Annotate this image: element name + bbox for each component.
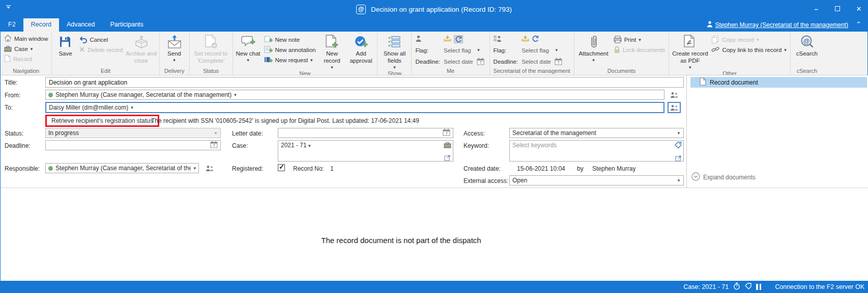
close-button[interactable] [855,5,862,13]
open-popup-icon[interactable] [675,155,682,163]
create-pdf-button[interactable]: Create record as PDF [671,33,709,70]
record-nav-button[interactable]: Record [4,55,48,63]
responsible-field[interactable]: Stephen Murray (Case manager, Secretaria… [45,163,199,173]
show-all-fields-button[interactable]: Show all fields [379,33,410,70]
add-approval-button[interactable]: Add approval [346,33,375,70]
keyword-field[interactable]: Select keywords [509,140,684,162]
link-icon [711,46,719,54]
expand-documents-button[interactable]: Expand documents [691,172,756,182]
new-chat-dropdown-arrow[interactable] [247,58,249,63]
tag-icon[interactable] [675,142,682,150]
save-button[interactable]: Save [53,33,77,67]
me-select-flag-icon[interactable] [454,35,463,43]
responsible-dropdown-arrow[interactable] [193,166,196,171]
retrieve-registration-status-button[interactable]: Retrieve recipient's registration status [45,115,159,127]
case-icon[interactable] [444,142,451,150]
copy-link-button[interactable]: Copy link to this record [711,46,787,54]
me-flag-dropdown-arrow[interactable] [477,48,486,52]
show-fields-dropdown-arrow[interactable] [393,65,396,70]
from-field[interactable]: Stephen Murray (Case manager, Secretaria… [45,90,664,100]
to-dropdown-arrow[interactable] [131,105,133,110]
unit-calendar-icon[interactable]: 7 [555,58,564,66]
new-request-button[interactable]: New request [264,56,316,64]
people-icon [670,104,679,111]
new-chat-button[interactable]: New chat [235,33,262,70]
external-access-dropdown-arrow[interactable] [677,178,681,183]
attachment-button[interactable]: Attachment [576,33,612,67]
record-document-item[interactable]: Record document [690,77,867,88]
ribbon-tabs: F2 Record Advanced Participants Stephen … [1,18,867,32]
statusbar-case-ref[interactable]: Case: 2021 - 71 [683,283,729,290]
ribbon-group-status: Set record to 'Complete' Status [190,32,233,75]
deadline-field[interactable]: 7 [45,140,221,150]
tab-f2[interactable]: F2 [1,18,23,32]
undo-icon [79,36,87,44]
record-no-label: Record No: [293,165,324,172]
status-label: Status: [5,130,23,137]
case-field[interactable]: 2021 - 71 [278,140,453,162]
svg-text:@: @ [803,37,810,45]
create-pdf-dropdown-arrow[interactable] [689,65,691,70]
maximize-button[interactable] [835,6,840,11]
keyword-label: Keyword: [464,142,489,149]
unit-flag-dropdown-arrow[interactable] [555,48,564,52]
archive-close-button[interactable]: Archive and close [125,33,158,67]
registered-checkbox[interactable] [278,164,285,171]
from-participants-button[interactable] [668,90,681,100]
to-participants-button[interactable] [668,102,681,113]
csearch-magnifier-icon: @ [799,34,815,49]
case-nav-button[interactable]: Case [4,45,48,53]
from-dropdown-arrow[interactable] [234,92,237,97]
copy-record-button[interactable]: Copy record [711,36,787,44]
unit-select-flag[interactable]: Select flag [522,47,551,54]
access-field[interactable]: Secretariat of the management [509,128,684,138]
main-window-button[interactable]: Main window [4,35,48,43]
me-select-flag[interactable]: Select flag [444,47,473,54]
approval-icon [354,34,368,49]
tab-advanced[interactable]: Advanced [59,18,103,32]
unit-select-flag-icon[interactable] [532,35,539,43]
case-dropdown-arrow[interactable] [308,143,311,148]
record-icon [4,55,11,63]
send-envelope-icon [167,34,182,49]
tab-record[interactable]: Record [23,18,59,32]
new-record-button[interactable]: New record [317,33,346,70]
external-access-field[interactable]: Open [509,175,684,185]
user-icon [707,21,713,29]
new-annotation-button[interactable]: New annotation [264,46,316,54]
current-user-link[interactable]: Stephen Murray (Secretariat of the manag… [707,21,848,29]
delete-record-button[interactable]: Delete record [79,46,123,54]
cancel-button[interactable]: Cancel [79,36,123,44]
new-note-button[interactable]: New note [264,36,316,44]
responsible-participants-button[interactable] [203,163,216,173]
home-icon [4,35,12,43]
stopwatch-icon[interactable] [733,282,740,291]
csearch-button[interactable]: @ cSearch [792,33,822,67]
unit-select-date[interactable]: Select date [522,59,551,65]
print-button[interactable]: Print [614,36,666,44]
send-dropdown-arrow[interactable] [173,58,176,63]
minimize-button[interactable] [813,5,820,13]
people-icon [206,165,214,172]
title-input[interactable] [45,77,684,88]
calendar-icon[interactable]: 7 [443,128,450,138]
from-label: From: [5,92,20,99]
set-complete-button[interactable]: Set record to 'Complete' [191,33,231,67]
tag-icon[interactable] [745,283,751,291]
me-select-date[interactable]: Select date [444,59,473,65]
collapse-ribbon-icon[interactable] [856,20,861,28]
open-popup-icon[interactable] [444,154,451,163]
to-field[interactable]: Daisy Miller (dm@miller.com) [45,102,664,113]
attachment-dropdown-arrow[interactable] [592,58,595,63]
access-dropdown-arrow[interactable] [677,131,681,136]
new-record-dropdown-arrow[interactable] [331,65,333,70]
letter-date-field[interactable]: 7 [278,128,453,138]
me-calendar-icon[interactable]: 7 [477,58,486,66]
tab-participants[interactable]: Participants [103,18,151,32]
created-by-author: Stephen Murray [592,165,635,172]
send-button[interactable]: Send [161,33,188,67]
pause-icon[interactable] [756,284,761,290]
lock-documents-button[interactable]: Lock documents [614,46,666,54]
quick-access-customize-icon[interactable] [6,3,11,12]
calendar-icon[interactable]: 7 [210,141,218,150]
